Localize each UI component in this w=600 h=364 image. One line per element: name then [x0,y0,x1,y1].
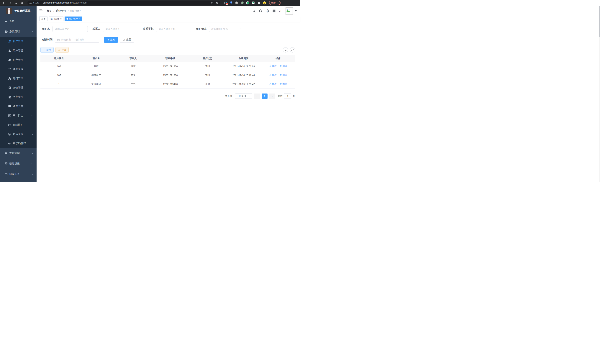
edit-link[interactable]: 修改 [269,82,277,85]
column-header-租户名: 租户名 [77,55,115,62]
sidebar-item-label: 字典管理 [13,95,23,99]
recorder-extension-icon[interactable] [240,1,244,4]
reset-button[interactable]: 重置 [120,37,134,43]
sidebar-item-首页[interactable]: 首页 [0,16,37,26]
command-extension-icon[interactable]: ⌘ [235,1,238,4]
sidebar-item-研发工具[interactable]: 研发工具 [0,169,37,179]
share-icon[interactable] [211,1,213,4]
fullscreen-icon[interactable] [272,9,276,13]
breadcrumb-separator: / [53,9,54,12]
cell-operations: 修改删除 [261,62,295,71]
delete-link[interactable]: 删除 [280,65,287,68]
pinned-extension-icon[interactable]: 10 [224,1,227,4]
export-button[interactable]: 导出 [56,47,69,53]
pencil-icon [269,74,272,76]
browser-forward-icon[interactable] [7,0,12,5]
extensions-puzzle-icon[interactable] [257,1,261,4]
sidebar-item-短信管理[interactable]: 短信管理 [0,130,37,139]
browser-update-button[interactable]: 更新 [269,1,281,5]
cell-created: 2021-12-14 20:49:44 [226,71,261,80]
font-size-icon[interactable]: TT [279,9,282,13]
sidebar-item-基础设施[interactable]: 基础设施 [0,159,37,169]
address-bar[interactable]: 不安全 dashboard.yudao.iocoder.cn/system/te… [28,0,220,5]
sidebar-item-在线用户[interactable]: 在线用户 [0,120,37,130]
sidebar-item-系统管理[interactable]: 系统管理 [0,26,37,37]
sidebar-logo[interactable]: 芋道管理系统 [0,6,37,16]
sidebar-item-label: 租户管理 [13,40,23,43]
add-button[interactable]: 新增 [40,47,54,53]
profile-avatar-icon[interactable] [263,1,266,4]
balloon-extension-icon[interactable] [229,1,233,4]
cell-operations: 修改删除 [261,71,295,80]
page-1-button[interactable]: 1 [262,93,268,99]
tab-部门管理[interactable]: 部门管理× [49,17,64,21]
create-time-label: 创建时间 [42,38,53,41]
sidebar-item-角色管理[interactable]: 角色管理 [0,55,37,65]
sidebar-item-通知公告[interactable]: 通知公告 [0,102,37,111]
create-time-range-picker[interactable]: 开始日期 - 结束日期 [55,37,99,43]
help-icon[interactable]: ? [265,9,269,13]
tab-租户管理[interactable]: 租户管理× [65,17,82,21]
tab-首页[interactable]: 首页 [39,17,47,21]
cell-status: 关闭 [189,71,226,80]
breadcrumb-system[interactable]: 系统管理 [56,9,66,13]
shield-icon [8,133,11,136]
op-label: 修改 [272,82,277,85]
avatar-caret-down-icon[interactable] [295,10,297,11]
goto-page-input[interactable] [284,93,291,99]
gear-icon [4,30,8,33]
browser-menu-dots-icon[interactable] [277,2,279,4]
url-host: dashboard.yudao.iocoder.cn [43,1,72,4]
dashboard-icon [4,20,8,23]
toggle-search-button[interactable] [283,47,288,53]
next-page-button[interactable]: › [269,93,275,99]
sidebar-item-错误码管理[interactable]: 错误码管理 [0,139,37,148]
sidebar-item-支付管理[interactable]: 支付管理 [0,148,37,159]
warning-icon [29,2,32,4]
start-date-placeholder: 开始日期 [61,38,71,41]
browser-home-icon[interactable] [19,0,24,5]
close-icon[interactable]: × [60,18,62,20]
status-label: 租户状态 [196,27,206,31]
users-icon [8,58,11,62]
edit-link[interactable]: 修改 [269,74,277,77]
sidebar-item-租户管理[interactable]: 租户管理 [0,37,37,46]
security-chip[interactable]: 不安全 [29,1,39,4]
badge-icon [8,86,11,89]
search-button[interactable]: 搜索 [104,37,118,43]
chevron-down-icon [31,152,34,155]
contact-input[interactable] [103,26,138,32]
breadcrumb-home[interactable]: 首页 [47,9,52,13]
prev-page-button[interactable]: ‹ [254,93,260,99]
sidebar-item-岗位管理[interactable]: 岗位管理 [0,83,37,92]
browser-reload-icon[interactable] [13,0,18,5]
sidebar-item-审计日志[interactable]: 审计日志 [0,111,37,120]
sidebar-item-部门管理[interactable]: 部门管理 [0,74,37,83]
refresh-table-button[interactable] [290,47,295,53]
phone-input[interactable] [156,26,191,32]
sidebar-item-菜单管理[interactable]: 菜单管理 [0,65,37,74]
delete-link[interactable]: 删除 [280,82,287,85]
sidebar-item-label: 部门管理 [13,77,23,80]
header-search-icon[interactable] [252,9,256,13]
page-size-select[interactable]: 10条/页 [235,93,252,99]
chat-extension-icon[interactable] [252,1,255,4]
sidebar-collapse-icon[interactable] [39,9,43,13]
goto-label: 前往 [278,94,282,98]
column-header-联系手机: 联系手机 [152,55,189,62]
sidebar-item-字典管理[interactable]: 字典管理 [0,92,37,102]
edit-link[interactable]: 修改 [269,65,277,68]
github-icon[interactable] [259,9,262,13]
status-select[interactable]: 请选择租户状态 [209,26,244,32]
close-icon[interactable]: × [79,18,80,20]
sidebar-item-label: 短信管理 [13,132,23,136]
op-label: 删除 [282,82,287,85]
yudao-extension-icon[interactable]: y [246,1,249,4]
delete-link[interactable]: 删除 [280,74,287,77]
bookmark-star-icon[interactable] [216,1,219,4]
column-header-联系人: 联系人 [115,55,152,62]
browser-back-icon[interactable] [1,0,6,5]
user-avatar-broken-image[interactable] [286,7,293,15]
sidebar-item-用户管理[interactable]: 用户管理 [0,46,37,55]
tenant-name-input[interactable] [53,26,88,32]
